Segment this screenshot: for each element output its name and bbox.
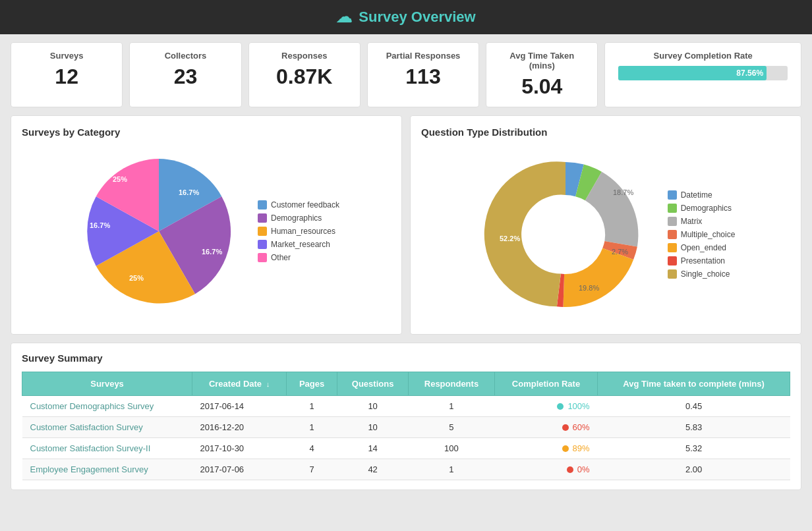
legend-dot-multiple-choice: [668, 230, 677, 239]
stat-value-collectors: 23: [143, 65, 227, 89]
cell-rate: 60%: [494, 417, 597, 438]
cell-questions: 14: [337, 438, 409, 459]
table-section: Survey Summary Surveys Created Date ↓ Pa…: [11, 343, 801, 490]
cell-date: 2017-10-30: [192, 438, 287, 459]
cell-date: 2017-06-14: [192, 396, 287, 417]
cell-survey-name[interactable]: Customer Demographics Survey: [22, 396, 192, 417]
legend-dot-datetime: [668, 190, 677, 200]
th-pages: Pages: [287, 372, 337, 396]
pie-chart-title: Surveys by Category: [22, 126, 391, 138]
rate-dot: [562, 445, 569, 452]
legend-dot-matrix: [668, 217, 677, 226]
table-row: Customer Demographics Survey 2017-06-14 …: [22, 396, 790, 417]
pie-chart-inner: 16.7% 16.7% 25% 16.7% 25% Customer feedb…: [22, 146, 391, 317]
stat-card-responses: Responses 0.87K: [248, 42, 361, 107]
stats-row: Surveys 12 Collectors 23 Responses 0.87K…: [0, 34, 812, 115]
legend-item-matrix: Matrix: [668, 217, 736, 226]
donut-label-multiple-choice: 2.7%: [612, 248, 628, 256]
legend-dot-open-ended: [668, 243, 677, 252]
legend-dot-demographics-donut: [668, 204, 677, 213]
legend-item-multiple-choice: Multiple_choice: [668, 230, 736, 239]
stat-value-partial: 113: [381, 65, 465, 89]
legend-label-multiple-choice: Multiple_choice: [681, 230, 736, 239]
legend-dot-human-resources: [258, 227, 267, 236]
donut-chart-title: Question Type Distribution: [421, 126, 790, 138]
cell-respondents: 100: [409, 438, 495, 459]
cell-pages: 7: [287, 459, 337, 480]
rate-dot: [567, 466, 573, 473]
stat-card-avgtime: Avg Time Taken (mins) 5.04: [486, 42, 598, 107]
cell-rate: 89%: [494, 438, 597, 459]
legend-item-presentation: Presentation: [668, 256, 736, 266]
pie-legend: Customer feedback Demographics Human_res…: [258, 200, 339, 262]
cell-pages: 1: [287, 417, 337, 438]
legend-dot-customer-feedback: [258, 200, 267, 210]
legend-label-single-choice: Single_choice: [681, 269, 730, 279]
survey-table: Surveys Created Date ↓ Pages Questions R…: [22, 372, 790, 480]
completion-bar-text: 87.56%: [736, 69, 763, 78]
legend-item-other: Other: [258, 253, 339, 262]
th-surveys: Surveys: [22, 372, 192, 396]
table-row: Customer Satisfaction Survey-II 2017-10-…: [22, 438, 790, 459]
legend-label-demographics: Demographics: [271, 213, 322, 223]
table-title: Survey Summary: [22, 352, 790, 364]
legend-item-human-resources: Human_resources: [258, 227, 339, 236]
cell-pages: 4: [287, 438, 337, 459]
th-respondents: Respondents: [409, 372, 495, 396]
completion-bar-fill: 87.56%: [618, 66, 767, 80]
legend-label-customer-feedback: Customer feedback: [271, 200, 339, 210]
pie-label-other: 25%: [113, 175, 127, 183]
stat-label-surveys: Surveys: [24, 51, 109, 61]
cell-respondents: 5: [409, 417, 495, 438]
table-header-row: Surveys Created Date ↓ Pages Questions R…: [22, 372, 790, 396]
stat-value-responses: 0.87K: [262, 65, 347, 89]
legend-item-customer-feedback: Customer feedback: [258, 200, 339, 210]
stat-label-partial: Partial Responses: [381, 51, 465, 61]
pie-label-demographics: 16.7%: [202, 248, 222, 256]
pie-label-customer-feedback: 16.7%: [179, 188, 199, 196]
th-avg-time: Avg Time taken to complete (mins): [598, 372, 790, 396]
cell-respondents: 1: [409, 396, 495, 417]
legend-label-matrix: Matrix: [681, 217, 703, 226]
sort-icon-date[interactable]: ↓: [266, 380, 270, 388]
pie-chart-svg: 16.7% 16.7% 25% 16.7% 25%: [73, 146, 245, 317]
legend-label-datetime: Datetime: [681, 190, 712, 200]
cell-survey-name[interactable]: Customer Satisfaction Survey-II: [22, 438, 192, 459]
completion-bar-container: 87.56%: [618, 66, 788, 80]
rate-value: 60%: [573, 422, 590, 432]
cell-questions: 42: [337, 459, 409, 480]
pie-chart-card: Surveys by Category 16.7% 16.7% 25% 16.7…: [11, 115, 402, 335]
cell-survey-name[interactable]: Employee Engagement Survey: [22, 459, 192, 480]
donut-chart-inner: 18.7% 2.7% 19.8% 52.2% Datetime Demograp…: [421, 146, 790, 323]
donut-label-matrix: 18.7%: [613, 188, 633, 196]
donut-chart-svg: 18.7% 2.7% 19.8% 52.2%: [477, 146, 654, 323]
cell-avg-time: 5.83: [598, 417, 790, 438]
table-body: Customer Demographics Survey 2017-06-14 …: [22, 396, 790, 480]
legend-dot-single-choice: [668, 269, 677, 279]
donut-legend: Datetime Demographics Matrix Multiple_ch…: [668, 190, 736, 279]
rate-value: 100%: [567, 401, 589, 411]
stat-card-collectors: Collectors 23: [129, 42, 241, 107]
cell-questions: 10: [337, 396, 409, 417]
donut-label-open-ended: 19.8%: [579, 284, 599, 292]
legend-dot-market-research: [258, 240, 267, 249]
cell-avg-time: 0.45: [598, 396, 790, 417]
legend-dot-presentation: [668, 256, 677, 266]
legend-label-demographics-donut: Demographics: [681, 204, 732, 213]
stat-label-responses: Responses: [262, 51, 347, 61]
cell-rate: 0%: [494, 459, 597, 480]
stat-card-completion: Survey Completion Rate 87.56%: [604, 42, 801, 107]
pie-label-market-research: 16.7%: [90, 221, 110, 229]
legend-item-open-ended: Open_ended: [668, 243, 736, 252]
cell-avg-time: 2.00: [598, 459, 790, 480]
legend-dot-other: [258, 253, 267, 262]
legend-dot-demographics: [258, 213, 267, 223]
legend-item-market-research: Market_research: [258, 240, 339, 249]
cell-respondents: 1: [409, 459, 495, 480]
stat-label-completion: Survey Completion Rate: [618, 51, 788, 61]
charts-row: Surveys by Category 16.7% 16.7% 25% 16.7…: [0, 115, 812, 343]
stat-label-collectors: Collectors: [143, 51, 227, 61]
stat-value-surveys: 12: [24, 65, 109, 89]
cell-survey-name[interactable]: Customer Satisfaction Survey: [22, 417, 192, 438]
cell-pages: 1: [287, 396, 337, 417]
